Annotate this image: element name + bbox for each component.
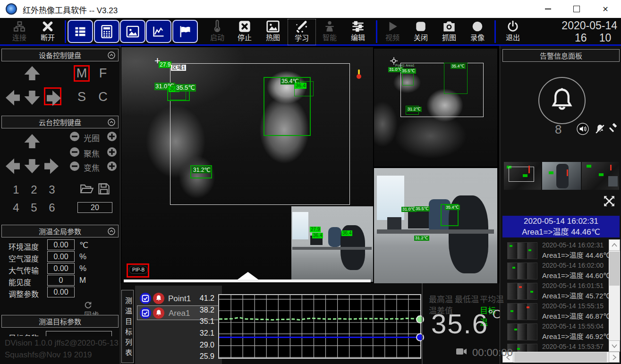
bell-mute-icon[interactable] [594,123,606,135]
iris-plus-button[interactable] [107,131,117,142]
close-stream-button[interactable]: 关闭 [407,19,434,44]
visible-light-view[interactable]: 31.0℃ 35.5℃ 35.4℃ 31.2℃ [374,168,497,283]
preset-2[interactable]: 2 [27,183,41,196]
device-keypad-header[interactable]: 设备控制键盘 [1,49,119,61]
ptz-keypad-header[interactable]: 云台控制键盘 [1,116,119,128]
view-bottom-bar[interactable] [124,279,371,282]
calculator-button[interactable] [94,20,119,43]
focus-minus-button[interactable] [69,147,80,157]
video-button[interactable]: 视频 [379,19,406,44]
key-m[interactable]: M [72,66,91,81]
area-roi-box[interactable] [170,63,350,205]
measure-roi[interactable] [402,73,414,85]
main-thermal-view[interactable]: + 27.9 区域1 31.0℃ 36.4 35.5℃ 35.4℃ 36.4 3… [121,47,373,283]
alarm-list-item[interactable]: 2020-05-14 16:01:51 Area1=>温度 45.72℃ [502,281,605,300]
target-list-tab[interactable]: 测温目标列表 [121,290,134,363]
thumbnail-thermal[interactable] [504,162,541,190]
device-left-arrow[interactable] [5,89,21,106]
ptz-left-arrow[interactable] [5,158,21,175]
device-down-arrow[interactable] [24,90,41,106]
speaker-icon[interactable] [577,123,589,135]
alarm-list-item[interactable]: 2020-05-14 16:02:00 Area1=>温度 44.60℃ [502,261,605,280]
stat-min-label[interactable]: 最低温 [455,293,479,305]
scroll-thumb[interactable] [609,252,620,286]
key-c[interactable]: C [94,90,112,104]
scroll-down-button[interactable] [609,340,620,352]
flag-view-button[interactable] [172,20,198,43]
preset-1[interactable]: 1 [9,183,23,196]
preset-number-input[interactable] [77,202,112,213]
secondary-thermal-view[interactable]: Point1 Area1 31.0℃ 35.5℃ 35.4℃ 31.2℃ [374,49,497,167]
checkbox-checked-icon[interactable] [140,307,151,319]
record-button[interactable]: 录像 [464,19,491,44]
stat-max-label[interactable]: 最高温 [429,293,453,305]
expand-up-handle[interactable] [238,272,258,279]
device-right-arrow[interactable] [46,90,62,107]
desk-region [377,229,494,234]
alarm-bell-toggle-icon[interactable] [153,293,164,304]
humidity-input[interactable] [47,251,75,262]
collapse-icon[interactable] [108,119,115,126]
disconnect-button[interactable]: 断开 [34,19,61,44]
scroll-right-button[interactable] [609,352,620,363]
stat-avg-label[interactable]: 平均温 [480,293,504,305]
learn-button[interactable]: 学习 [288,19,316,45]
close-button[interactable]: ✕ [594,0,617,18]
global-params-header[interactable]: 测温全局参数 [1,225,119,237]
scroll-thumb[interactable] [514,352,607,362]
key-s[interactable]: S [72,90,91,104]
alarm-horizontal-scrollbar[interactable] [502,352,620,363]
checkbox-checked-icon[interactable] [140,293,151,304]
transmission-input[interactable] [47,263,75,274]
focus-plus-button[interactable] [107,147,117,157]
alarm-vertical-scrollbar[interactable] [609,239,620,352]
maximize-button[interactable] [565,0,588,18]
device-up-arrow[interactable] [24,65,41,81]
minimize-button[interactable] [536,0,559,18]
thumbnail-visible[interactable] [542,162,581,190]
collapse-icon[interactable] [108,51,115,59]
visibility-input[interactable] [47,275,75,286]
snapshot-thumbnails[interactable] [504,162,620,190]
alarm-list-item[interactable]: 2020-05-14 15:55:15 Area1=>温度 46.87℃ [502,302,605,321]
heatmap-button[interactable]: 热图 [259,19,287,44]
collapse-icon[interactable] [108,228,115,235]
ptz-up-arrow[interactable] [24,133,41,149]
start-button[interactable]: 启动 [204,19,231,44]
target-params-header[interactable]: 测温目标参数 [1,315,119,328]
snapshot-button[interactable]: 抓图 [435,19,463,44]
pip-mode-label[interactable]: PIP-B [129,266,148,274]
alarm-bell-toggle-icon[interactable] [153,307,164,319]
alarm-list-item[interactable]: 2020-05-14 15:55:04 Area1=>温度 46.92℃ [502,322,605,341]
scroll-up-button[interactable] [609,239,620,251]
gavel-icon[interactable] [608,123,619,135]
fullscreen-expand-icon[interactable] [603,195,615,207]
adjust-param-input[interactable] [47,287,75,297]
key-f[interactable]: F [94,66,112,81]
stop-button[interactable]: 停止 [231,19,258,44]
folder-open-icon[interactable] [80,183,94,195]
preset-6[interactable]: 6 [45,201,59,214]
list-view-button[interactable] [68,20,93,43]
iris-minus-button[interactable] [69,131,80,142]
ptz-down-arrow[interactable] [24,158,41,174]
exit-button[interactable]: 退出 [499,19,527,44]
connect-button[interactable]: 连接 [6,19,33,44]
save-icon[interactable] [98,183,110,195]
edit-button[interactable]: 编辑 [344,19,372,44]
preset-4[interactable]: 4 [9,201,23,214]
image-view-button[interactable] [120,20,145,43]
smart-button[interactable]: 智能 [316,19,343,44]
ambient-temp-input[interactable] [47,239,75,250]
preset-3[interactable]: 3 [45,183,59,196]
zoom-plus-button[interactable] [107,161,117,171]
thumbnail-thermal[interactable] [582,162,619,190]
inset-visible-view[interactable]: 27.9 36.4 36.4 [291,206,373,282]
ptz-right-arrow[interactable] [43,158,60,175]
measure-roi[interactable] [170,91,186,100]
curve-view-button[interactable] [146,20,171,43]
zoom-minus-button[interactable] [69,161,80,171]
current-alarm-banner[interactable]: 2020-05-14 16:02:31 Area1=>温度 44.46℃ [502,216,620,237]
alarm-list-item[interactable]: 2020-05-14 16:02:31 Area1=>温度 44.46℃ [502,241,605,260]
preset-5[interactable]: 5 [27,201,41,214]
